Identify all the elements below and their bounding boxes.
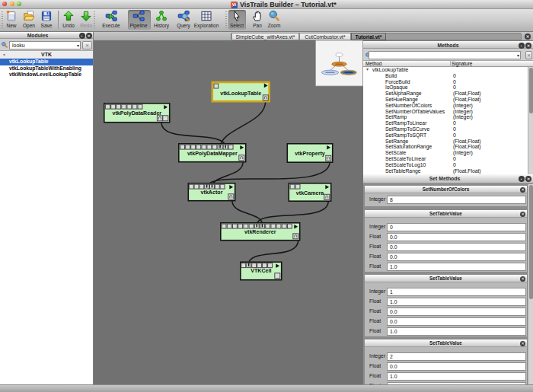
svg-text:VTKCell: VTKCell	[251, 268, 271, 274]
svg-text:vtkPolyDataReader: vtkPolyDataReader	[112, 110, 161, 116]
svg-text:vtkPolyDataMapper: vtkPolyDataMapper	[187, 151, 238, 157]
svg-text:vtkProperty: vtkProperty	[295, 151, 324, 157]
svg-text:vtkCamera: vtkCamera	[296, 190, 324, 196]
svg-text:vtkLookupTable: vtkLookupTable	[220, 91, 261, 97]
svg-text:vtkActor: vtkActor	[201, 190, 223, 196]
svg-text:vtkRenderer: vtkRenderer	[244, 229, 276, 235]
